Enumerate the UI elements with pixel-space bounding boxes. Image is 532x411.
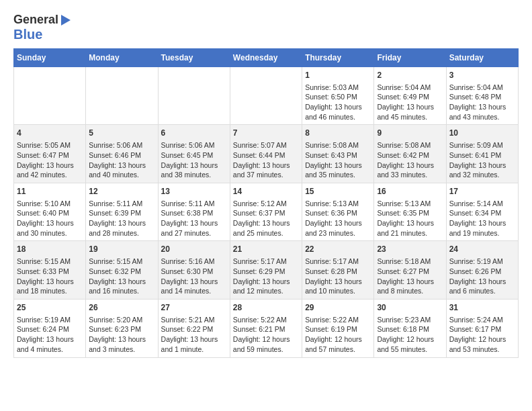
day-number: 27: [161, 302, 227, 314]
day-number: 3: [449, 70, 515, 81]
calendar-cell: [230, 66, 302, 125]
calendar-cell: 18Sunrise: 5:15 AM Sunset: 6:33 PM Dayli…: [14, 241, 86, 300]
calendar-cell: 3Sunrise: 5:04 AM Sunset: 6:48 PM Daylig…: [446, 66, 518, 125]
day-info: Sunrise: 5:20 AM Sunset: 6:23 PM Dayligh…: [89, 315, 154, 355]
day-number: 10: [449, 128, 515, 139]
day-number: 14: [233, 186, 299, 197]
day-info: Sunrise: 5:04 AM Sunset: 6:48 PM Dayligh…: [449, 83, 515, 122]
day-number: 2: [377, 70, 443, 81]
day-info: Sunrise: 5:19 AM Sunset: 6:26 PM Dayligh…: [449, 257, 515, 296]
calendar-cell: 2Sunrise: 5:04 AM Sunset: 6:49 PM Daylig…: [374, 66, 446, 125]
calendar-cell: 16Sunrise: 5:13 AM Sunset: 6:35 PM Dayli…: [374, 183, 446, 241]
calendar-cell: [86, 66, 158, 125]
day-number: 25: [17, 302, 83, 314]
calendar-cell: 1Sunrise: 5:03 AM Sunset: 6:50 PM Daylig…: [302, 66, 374, 125]
header-thursday: Thursday: [302, 48, 374, 66]
day-number: 7: [233, 128, 299, 139]
header-sunday: Sunday: [14, 48, 86, 66]
day-info: Sunrise: 5:11 AM Sunset: 6:39 PM Dayligh…: [89, 199, 154, 238]
day-number: 22: [305, 244, 371, 255]
calendar-cell: 20Sunrise: 5:16 AM Sunset: 6:30 PM Dayli…: [158, 241, 230, 300]
calendar-cell: 17Sunrise: 5:14 AM Sunset: 6:34 PM Dayli…: [446, 183, 518, 241]
day-info: Sunrise: 5:10 AM Sunset: 6:40 PM Dayligh…: [17, 199, 83, 238]
day-info: Sunrise: 5:22 AM Sunset: 6:19 PM Dayligh…: [305, 315, 371, 355]
day-info: Sunrise: 5:08 AM Sunset: 6:43 PM Dayligh…: [305, 140, 371, 180]
day-info: Sunrise: 5:17 AM Sunset: 6:28 PM Dayligh…: [305, 257, 371, 296]
day-info: Sunrise: 5:15 AM Sunset: 6:33 PM Dayligh…: [17, 257, 83, 296]
day-info: Sunrise: 5:13 AM Sunset: 6:35 PM Dayligh…: [377, 199, 443, 238]
day-info: Sunrise: 5:06 AM Sunset: 6:45 PM Dayligh…: [161, 140, 227, 180]
week-row-1: 1Sunrise: 5:03 AM Sunset: 6:50 PM Daylig…: [14, 66, 519, 125]
day-info: Sunrise: 5:14 AM Sunset: 6:34 PM Dayligh…: [449, 199, 515, 238]
day-info: Sunrise: 5:19 AM Sunset: 6:24 PM Dayligh…: [17, 315, 83, 355]
calendar-cell: 28Sunrise: 5:22 AM Sunset: 6:21 PM Dayli…: [230, 299, 302, 357]
calendar-cell: 21Sunrise: 5:17 AM Sunset: 6:29 PM Dayli…: [230, 241, 302, 300]
day-number: 21: [233, 244, 299, 255]
calendar-cell: 4Sunrise: 5:05 AM Sunset: 6:47 PM Daylig…: [14, 125, 86, 183]
week-row-5: 25Sunrise: 5:19 AM Sunset: 6:24 PM Dayli…: [14, 299, 519, 357]
week-row-2: 4Sunrise: 5:05 AM Sunset: 6:47 PM Daylig…: [14, 125, 519, 183]
day-number: 5: [89, 128, 154, 139]
day-number: 13: [161, 186, 227, 197]
header-saturday: Saturday: [446, 48, 518, 66]
calendar-cell: 6Sunrise: 5:06 AM Sunset: 6:45 PM Daylig…: [158, 125, 230, 183]
day-info: Sunrise: 5:03 AM Sunset: 6:50 PM Dayligh…: [305, 83, 371, 122]
calendar-cell: 30Sunrise: 5:23 AM Sunset: 6:18 PM Dayli…: [374, 299, 446, 357]
calendar-cell: 22Sunrise: 5:17 AM Sunset: 6:28 PM Dayli…: [302, 241, 374, 300]
calendar-cell: 25Sunrise: 5:19 AM Sunset: 6:24 PM Dayli…: [14, 299, 86, 357]
calendar-cell: 9Sunrise: 5:08 AM Sunset: 6:42 PM Daylig…: [374, 125, 446, 183]
logo: General Blue: [13, 13, 71, 42]
day-info: Sunrise: 5:17 AM Sunset: 6:29 PM Dayligh…: [233, 257, 299, 296]
day-info: Sunrise: 5:18 AM Sunset: 6:27 PM Dayligh…: [377, 257, 443, 296]
logo-arrow-icon: [61, 15, 71, 26]
day-info: Sunrise: 5:06 AM Sunset: 6:46 PM Dayligh…: [89, 140, 154, 180]
day-info: Sunrise: 5:13 AM Sunset: 6:36 PM Dayligh…: [305, 199, 371, 238]
weekday-header-row: SundayMondayTuesdayWednesdayThursdayFrid…: [14, 48, 519, 66]
calendar-cell: 10Sunrise: 5:09 AM Sunset: 6:41 PM Dayli…: [446, 125, 518, 183]
day-number: 12: [89, 186, 154, 197]
day-number: 23: [377, 244, 443, 255]
day-number: 1: [305, 70, 371, 81]
week-row-4: 18Sunrise: 5:15 AM Sunset: 6:33 PM Dayli…: [14, 241, 519, 300]
calendar-cell: [14, 66, 86, 125]
calendar-cell: 15Sunrise: 5:13 AM Sunset: 6:36 PM Dayli…: [302, 183, 374, 241]
calendar-cell: [158, 66, 230, 125]
day-number: 19: [89, 244, 154, 255]
day-number: 15: [305, 186, 371, 197]
day-info: Sunrise: 5:15 AM Sunset: 6:32 PM Dayligh…: [89, 257, 154, 296]
logo-text-blue: Blue: [13, 27, 42, 42]
day-number: 24: [449, 244, 515, 255]
page-header: General Blue: [13, 13, 519, 42]
calendar-cell: 11Sunrise: 5:10 AM Sunset: 6:40 PM Dayli…: [14, 183, 86, 241]
calendar-cell: 14Sunrise: 5:12 AM Sunset: 6:37 PM Dayli…: [230, 183, 302, 241]
day-info: Sunrise: 5:23 AM Sunset: 6:18 PM Dayligh…: [377, 315, 443, 355]
calendar-cell: 31Sunrise: 5:24 AM Sunset: 6:17 PM Dayli…: [446, 299, 518, 357]
day-number: 8: [305, 128, 371, 139]
calendar-cell: 26Sunrise: 5:20 AM Sunset: 6:23 PM Dayli…: [86, 299, 158, 357]
header-monday: Monday: [86, 48, 158, 66]
calendar-cell: 13Sunrise: 5:11 AM Sunset: 6:38 PM Dayli…: [158, 183, 230, 241]
calendar-cell: 27Sunrise: 5:21 AM Sunset: 6:22 PM Dayli…: [158, 299, 230, 357]
day-info: Sunrise: 5:07 AM Sunset: 6:44 PM Dayligh…: [233, 140, 299, 180]
day-number: 26: [89, 302, 154, 314]
day-number: 4: [17, 128, 83, 139]
day-number: 18: [17, 244, 83, 255]
header-wednesday: Wednesday: [230, 48, 302, 66]
day-number: 6: [161, 128, 227, 139]
calendar-cell: 5Sunrise: 5:06 AM Sunset: 6:46 PM Daylig…: [86, 125, 158, 183]
day-info: Sunrise: 5:21 AM Sunset: 6:22 PM Dayligh…: [161, 315, 227, 355]
calendar-cell: 24Sunrise: 5:19 AM Sunset: 6:26 PM Dayli…: [446, 241, 518, 300]
day-number: 29: [305, 302, 371, 314]
calendar-table: SundayMondayTuesdayWednesdayThursdayFrid…: [13, 48, 519, 358]
calendar-cell: 29Sunrise: 5:22 AM Sunset: 6:19 PM Dayli…: [302, 299, 374, 357]
day-info: Sunrise: 5:22 AM Sunset: 6:21 PM Dayligh…: [233, 315, 299, 355]
day-number: 17: [449, 186, 515, 197]
day-number: 30: [377, 302, 443, 314]
day-info: Sunrise: 5:09 AM Sunset: 6:41 PM Dayligh…: [449, 140, 515, 180]
week-row-3: 11Sunrise: 5:10 AM Sunset: 6:40 PM Dayli…: [14, 183, 519, 241]
day-info: Sunrise: 5:12 AM Sunset: 6:37 PM Dayligh…: [233, 199, 299, 238]
day-info: Sunrise: 5:05 AM Sunset: 6:47 PM Dayligh…: [17, 140, 83, 180]
day-info: Sunrise: 5:24 AM Sunset: 6:17 PM Dayligh…: [449, 315, 515, 355]
calendar-cell: 7Sunrise: 5:07 AM Sunset: 6:44 PM Daylig…: [230, 125, 302, 183]
calendar-cell: 19Sunrise: 5:15 AM Sunset: 6:32 PM Dayli…: [86, 241, 158, 300]
